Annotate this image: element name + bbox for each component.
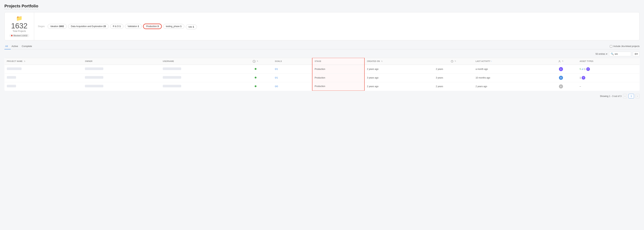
cell-stage: Production (312, 82, 364, 91)
member-badge: 0 (559, 84, 563, 88)
asset-count: 5 (580, 68, 581, 70)
cell-icon-col (238, 65, 272, 73)
folder-icon: 📁 (16, 15, 22, 21)
stage-chips-container: Ideation 1602Data Acquisition and Explor… (48, 23, 197, 29)
col-header-members: ⇅ (544, 58, 578, 65)
goals-link[interactable]: 0/1 (275, 76, 278, 79)
jira-label: Include Jira-linked projects (613, 45, 640, 47)
status-dot (255, 68, 256, 70)
cell-asset-types: 1 ⏱ (578, 73, 640, 82)
prev-page-button[interactable]: ‹ (623, 94, 627, 98)
col-header-created-on: CREATED ON ⇅ (364, 58, 434, 65)
cell-created-on: 2 years ago (364, 65, 434, 73)
cell-goals: 0/1 (273, 73, 312, 82)
status-dot (255, 77, 256, 78)
cell-owner (83, 82, 160, 91)
sort-icon-duration: ⇅ (454, 60, 456, 62)
table-row: 0/0 Production 2 years ago 2 years 2 yea… (4, 82, 640, 91)
summary-card: 📁 1632 Total Projects Blocked 1/1632 Sta… (4, 12, 640, 40)
stage-chip-ideation[interactable]: Ideation 1602 (48, 24, 66, 29)
svg-point-2 (559, 60, 560, 61)
summary-right: Stages Ideation 1602Data Acquisition and… (34, 12, 640, 40)
search-input[interactable]: sre (615, 53, 630, 55)
col-header-goals: GOALS (273, 58, 312, 65)
cell-asset-types: – (578, 82, 640, 91)
clock-icon: ⏱ (586, 67, 590, 71)
blocked-dot (11, 35, 12, 36)
asset-arrows-icon: ⇄ (582, 68, 584, 70)
cell-username (160, 82, 238, 91)
cell-members: 4 (544, 73, 578, 82)
showing-label: Showing 1 - 3 out of 3 (600, 95, 622, 97)
stage-chip-testing-phase[interactable]: testing_phase 1 (163, 24, 184, 29)
cell-owner (83, 65, 160, 73)
cell-asset-types: 5 ⇄ 1 ⏱ (578, 65, 640, 73)
cell-created-on: 3 years ago (364, 73, 434, 82)
stage-chip-data-acquisition[interactable]: Data Acquisition and Exploration 23 (68, 24, 108, 29)
cell-project-name (4, 73, 83, 82)
pagination-row: Showing 1 - 3 out of 3 ‹ 1 › (4, 94, 640, 98)
page-1-button[interactable]: 1 (628, 94, 634, 98)
asset-icons: 1 ⏱ (580, 76, 637, 80)
cell-members: 0 (544, 82, 578, 91)
cell-last-activity: 10 months ago (473, 73, 544, 82)
search-box: 🔍 sre (609, 52, 631, 56)
total-count: 1632 (11, 22, 28, 29)
sort-icon-members: ⇅ (562, 60, 564, 62)
sort-icon-icon-col: ⇅ (257, 60, 258, 62)
col-header-project-name: PROJECT NAME ⇅ (4, 58, 83, 65)
cell-last-activity: 2 years ago (473, 82, 544, 91)
table-row: 0/1 Production 3 years ago 3 years 10 mo… (4, 73, 640, 82)
data-table: PROJECT NAME ⇅ OWNER USERNAME ⇅ GOALS ST… (4, 58, 640, 91)
cell-icon-col (238, 73, 272, 82)
cell-username (160, 73, 238, 82)
blocked-badge[interactable]: Blocked 1/1632 (9, 34, 29, 37)
total-label: Total Projects (12, 30, 26, 32)
stages-label: Stages (38, 25, 45, 28)
entries-label: 50 entries (596, 53, 605, 55)
col-header-icon: ⇅ (238, 58, 272, 65)
cell-project-name (4, 82, 83, 91)
page-title: Projects Portfolio (4, 4, 38, 9)
jira-checkbox[interactable] (610, 45, 612, 47)
cell-stage: Production (312, 65, 364, 73)
cell-created-on: 2 years ago (364, 82, 434, 91)
column-toggle-button[interactable]: ⊞▾ (633, 52, 640, 56)
search-icon: 🔍 (611, 52, 614, 55)
cell-duration: 2 years (434, 82, 473, 91)
col-header-owner: OWNER (83, 58, 160, 65)
cell-owner (83, 73, 160, 82)
member-badge: 4 (559, 76, 563, 80)
col-header-stage: STAGE (312, 58, 364, 65)
summary-left: 📁 1632 Total Projects Blocked 1/1632 (4, 12, 34, 40)
asset-icons: 5 ⇄ 1 ⏱ (580, 67, 637, 71)
cell-project-name (4, 65, 83, 73)
cell-stage: Production (312, 73, 364, 82)
stage-chip-validation[interactable]: Validation 1 (125, 24, 142, 29)
sort-icon-project-name: ⇅ (24, 60, 26, 62)
tab-active[interactable]: Active (11, 43, 21, 49)
stage-chip-production[interactable]: Production 3 (143, 24, 162, 29)
tab-all[interactable]: All (4, 43, 11, 49)
asset-num: 1 (584, 68, 586, 70)
asset-dash: – (580, 85, 581, 88)
cell-duration: 2 years (434, 65, 473, 73)
entries-chevron-icon: ▾ (606, 53, 607, 55)
table-body: 0/1 Production 2 years ago 2 years a mon… (4, 65, 640, 91)
tab-complete[interactable]: Complete (21, 43, 35, 49)
clock-icon: ⏱ (582, 76, 585, 80)
stage-chip-rnd[interactable]: R & D 1 (110, 24, 124, 29)
entries-selector[interactable]: 50 entries ▾ (596, 53, 607, 55)
cell-goals: 0/0 (273, 82, 312, 91)
jira-check[interactable]: Include Jira-linked projects (610, 45, 640, 47)
tabs-row: AllActiveComplete Include Jira-linked pr… (4, 43, 640, 49)
goals-link[interactable]: 0/0 (275, 85, 278, 88)
stage-chip-toto[interactable]: toto 1 (186, 24, 197, 29)
goals-link[interactable]: 0/1 (275, 68, 278, 70)
col-header-duration: ⇅ (434, 58, 473, 65)
asset-num: 1 (580, 76, 581, 79)
asset-icons: – (580, 85, 637, 88)
col-header-asset-types: ASSET TYPES (578, 58, 640, 65)
next-page-button[interactable]: › (636, 94, 640, 98)
table-row: 0/1 Production 2 years ago 2 years a mon… (4, 65, 640, 73)
